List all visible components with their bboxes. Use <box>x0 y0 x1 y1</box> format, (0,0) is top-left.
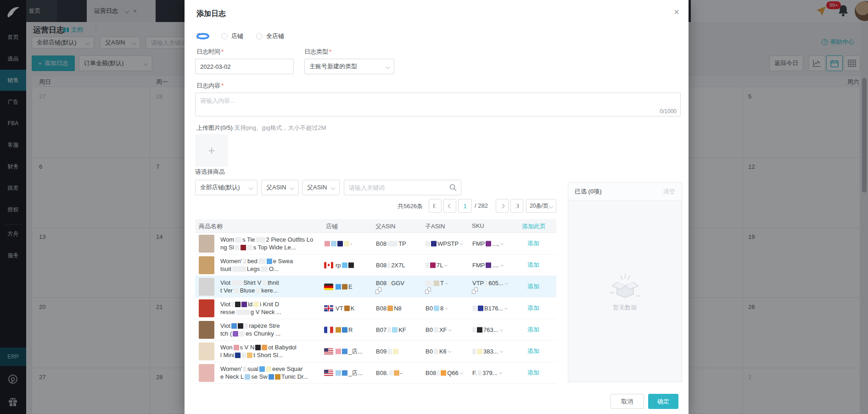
shop-cell: VTK <box>324 304 373 312</box>
pagination-first-button[interactable] <box>429 199 442 213</box>
product-keyword-input[interactable] <box>344 180 461 195</box>
shop-cell: E <box>324 283 373 291</box>
log-time-input[interactable] <box>195 59 294 74</box>
chevron-down-icon[interactable] <box>445 282 448 285</box>
log-type-value: 主账号新建的类型 <box>309 62 357 71</box>
chevron-down-icon[interactable] <box>504 306 508 309</box>
char-counter: 0/1000 <box>660 108 677 115</box>
radio-all-shops[interactable]: 全店铺 <box>256 32 284 40</box>
parent-asin-cell: B08N8 <box>375 304 423 312</box>
chevron-down-icon[interactable] <box>448 349 451 353</box>
sku-cell: 763... <box>472 326 524 334</box>
empty-box-icon <box>603 270 647 303</box>
plus-icon: + <box>208 144 215 158</box>
product-row: Women'bede SweatsuitLegsO...rpB082X7L7LF… <box>195 254 556 276</box>
product-asin-filter-1[interactable]: 父ASIN <box>261 180 299 195</box>
chevron-down-icon <box>331 185 336 190</box>
confirm-button[interactable]: 确定 <box>648 394 678 409</box>
radio-shop-label: 店铺 <box>231 32 243 40</box>
shop-cell: _店... <box>324 369 373 377</box>
product-thumbnail <box>199 256 214 274</box>
chevron-down-icon[interactable] <box>500 242 504 245</box>
add-product-link[interactable]: 添加 <box>527 326 539 334</box>
product-table-header: 商品名称 店铺 父ASIN 子ASIN SKU 添加此页 <box>195 219 556 233</box>
add-product-link[interactable]: 添加 <box>527 347 539 355</box>
product-shop-filter[interactable]: 全部店铺(默认) <box>195 180 258 195</box>
log-time-label: 日志时间* <box>196 48 224 56</box>
flag-ca-icon <box>324 262 333 268</box>
page-size-select[interactable]: 20条/页 <box>526 199 556 213</box>
sku-cell: FMP.... <box>472 261 524 269</box>
radio-shop[interactable]: 店铺 <box>221 32 243 40</box>
chevron-down-icon[interactable] <box>505 282 508 285</box>
add-product-link[interactable]: 添加 <box>527 304 539 312</box>
chevron-down-icon[interactable] <box>499 328 503 331</box>
pagination-prev-button[interactable] <box>443 199 456 213</box>
clear-selected-link[interactable]: 清空 <box>663 188 675 196</box>
chevron-down-icon[interactable] <box>448 328 451 331</box>
product-row: Women'sualeeve Square Neck Lse SwTunic D… <box>195 362 556 384</box>
cancel-button[interactable]: 取消 <box>610 394 644 409</box>
product-thumbnail <box>199 321 214 339</box>
product-thumbnail <box>199 299 214 317</box>
product-thumbnail <box>199 278 214 296</box>
radio-product[interactable]: 商品 <box>196 32 208 40</box>
product-name: Women'sualeeve Square Neck Lse SwTunic D… <box>220 365 323 381</box>
close-icon[interactable]: × <box>670 6 683 18</box>
add-product-link[interactable]: 添加 <box>527 239 539 248</box>
log-type-select[interactable]: 主账号新建的类型 <box>304 59 394 74</box>
chevron-down-icon[interactable] <box>444 263 448 266</box>
chevron-down-icon[interactable] <box>499 371 502 374</box>
copy-icon[interactable] <box>425 287 431 294</box>
product-shop-filter-value: 全部店铺(默认) <box>200 183 240 192</box>
chevron-down-icon[interactable] <box>500 263 504 266</box>
product-row: Woms Tie2 Piece Outfits Long Sls Top Wid… <box>195 233 556 254</box>
add-log-modal: 添加日志 × 商品 店铺 全店铺 日志时间* 日志类型* 主账号新建的类型 日志… <box>185 0 689 414</box>
add-this-page-link[interactable]: 添加此页 <box>522 222 546 231</box>
flag-de-icon <box>324 283 333 290</box>
log-content-textarea[interactable] <box>196 93 680 109</box>
chevron-down-icon[interactable] <box>499 349 503 353</box>
copy-icon[interactable] <box>472 287 478 294</box>
pagination-last-button[interactable] <box>510 199 523 213</box>
pagination-page-box[interactable]: 1 <box>458 199 472 213</box>
product-table: 商品名称 店铺 父ASIN 子ASIN SKU 添加此页 Woms Tie2 P… <box>195 219 556 384</box>
log-target-radio-group: 商品 店铺 全店铺 <box>196 32 284 40</box>
chevron-down-icon[interactable] <box>460 371 463 374</box>
product-row: Wons V Not Babydoll Minit Short Sl..._店.… <box>195 341 556 362</box>
product-thumbnail <box>199 342 214 360</box>
selected-count: 已选 (0项) <box>575 188 602 196</box>
selected-panel: 已选 (0项) 清空 暂无数据 <box>568 182 682 382</box>
parent-asin-cell: B08.- <box>375 369 423 377</box>
copy-icon[interactable] <box>375 287 381 294</box>
product-row: Viotldi Knit Dresseg V Neck ...VTKB08N8B… <box>195 298 556 319</box>
add-product-link[interactable]: 添加 <box>527 369 539 377</box>
chevron-down-icon[interactable] <box>460 242 463 245</box>
shop-cell: R <box>324 326 373 334</box>
product-name: Wons V Not Babydoll Minit Short Sl... <box>220 343 323 359</box>
product-thumbnail <box>199 364 214 382</box>
pagination-current-page: 1 <box>463 203 466 210</box>
col-sku: SKU <box>472 222 484 229</box>
child-asin-cell: WPSTP <box>425 240 470 248</box>
empty-state: 暂无数据 <box>568 270 682 312</box>
pagination-next-button[interactable] <box>496 199 509 213</box>
product-asin-filter-2[interactable]: 父ASIN <box>302 180 340 195</box>
parent-asin-cell: B08TP <box>375 240 423 248</box>
product-name: Women'bede SweatsuitLegsO... <box>220 257 323 273</box>
chevron-down-icon[interactable] <box>445 306 448 309</box>
sku-cell: F.379... <box>472 369 524 377</box>
pagination-total-pages: / 282 <box>475 202 488 209</box>
add-product-link[interactable]: 添加 <box>527 282 539 291</box>
flag-us-icon <box>324 348 333 354</box>
upload-image-button[interactable]: + <box>195 134 228 167</box>
add-product-link[interactable]: 添加 <box>527 261 539 269</box>
page-size-value: 20条/页 <box>530 202 549 210</box>
upload-label: 上传图片(0/5) 支持png、jpg格式，大小不超过2M <box>196 124 326 132</box>
shop-cell: · <box>324 240 373 248</box>
parent-asin-cell: B09 <box>375 348 423 355</box>
product-asin-filter-2-value: 父ASIN <box>307 183 327 192</box>
search-icon[interactable] <box>449 184 457 191</box>
col-product-name: 商品名称 <box>199 222 223 231</box>
product-thumbnail <box>199 235 214 253</box>
